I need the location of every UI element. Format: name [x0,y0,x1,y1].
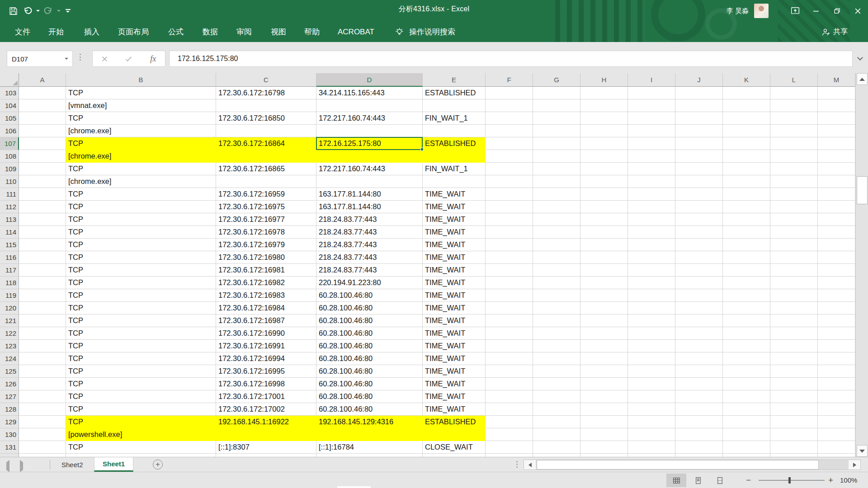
cell-C103[interactable]: 172.30.6.172:16798 [216,87,316,99]
cell-K115[interactable] [723,239,770,251]
cell-K124[interactable] [723,352,770,365]
cell-L126[interactable] [770,378,818,390]
cell-H124[interactable] [580,352,628,365]
cell-F131[interactable] [486,441,533,454]
cell-M108[interactable] [818,150,855,163]
cell-A130[interactable] [19,428,66,441]
row-header-126[interactable]: 126 [0,378,19,390]
cell-F109[interactable] [486,163,533,175]
cell-H110[interactable] [580,175,628,188]
tab-scrollbar-splitter[interactable] [516,461,518,468]
row-header-108[interactable]: 108 [0,150,19,163]
save-icon[interactable] [7,5,19,17]
cell-D127[interactable]: 60.28.100.46:80 [316,390,423,403]
cell-B115[interactable]: TCP [66,239,216,251]
share-button[interactable]: 共享 [822,22,848,42]
cell-I113[interactable] [628,213,675,226]
cell-F108[interactable] [486,150,533,163]
row-header-120[interactable]: 120 [0,302,19,314]
cell-E131[interactable]: CLOSE_WAIT [423,441,486,454]
formula-bar-splitter[interactable] [80,54,81,61]
cell-F124[interactable] [486,352,533,365]
cell-M126[interactable] [818,378,855,390]
cell-A116[interactable] [19,251,66,264]
cell-J121[interactable] [675,314,723,327]
cell-B128[interactable]: TCP [66,403,216,416]
ribbon-tab-2[interactable]: 开始 [48,22,64,42]
cell-G122[interactable] [533,327,580,340]
row-header-115[interactable]: 115 [0,239,19,251]
zoom-level[interactable]: 100% [840,476,857,484]
column-header-A[interactable]: A [19,73,66,87]
cell-L115[interactable] [770,239,818,251]
row-header-119[interactable]: 119 [0,289,19,302]
cell-A114[interactable] [19,226,66,239]
cell-K104[interactable] [723,99,770,112]
cell-D116[interactable]: 218.24.83.77:443 [316,251,423,264]
name-box-dropdown-icon[interactable] [65,58,68,60]
cell-F120[interactable] [486,302,533,314]
cell-A112[interactable] [19,201,66,213]
zoom-slider-thumb[interactable] [788,477,791,483]
cell-L129[interactable] [770,416,818,428]
cell-H128[interactable] [580,403,628,416]
cell-I118[interactable] [628,277,675,289]
cell-E115[interactable]: TIME_WAIT [423,239,486,251]
cell-K118[interactable] [723,277,770,289]
cell-I126[interactable] [628,378,675,390]
cell-D119[interactable]: 60.28.100.46:80 [316,289,423,302]
cell-D110[interactable] [316,175,423,188]
cell-M125[interactable] [818,365,855,378]
cell-G121[interactable] [533,314,580,327]
cell-E106[interactable] [423,125,486,137]
cell-H104[interactable] [580,99,628,112]
cell-G111[interactable] [533,188,580,201]
cell-M103[interactable] [818,87,855,99]
cell-H111[interactable] [580,188,628,201]
cell-C117[interactable]: 172.30.6.172:16981 [216,264,316,277]
cell-C119[interactable]: 172.30.6.172:16983 [216,289,316,302]
cell-A127[interactable] [19,390,66,403]
cell-G108[interactable] [533,150,580,163]
cell-B116[interactable]: TCP [66,251,216,264]
ribbon-tab-4[interactable]: 页面布局 [118,22,149,42]
insert-function-icon[interactable]: fx [150,54,156,64]
cell-C114[interactable]: 172.30.6.172:16978 [216,226,316,239]
cell-I120[interactable] [628,302,675,314]
cell-M128[interactable] [818,403,855,416]
cell-J125[interactable] [675,365,723,378]
cancel-icon[interactable] [102,56,108,62]
cell-C125[interactable]: 172.30.6.172:16995 [216,365,316,378]
customize-quick-access-toolbar-icon[interactable] [63,9,72,13]
cell-G103[interactable] [533,87,580,99]
cell-M129[interactable] [818,416,855,428]
cell-J132[interactable] [675,454,723,457]
cell-D103[interactable]: 34.214.115.165:443 [316,87,423,99]
cell-K112[interactable] [723,201,770,213]
cell-K111[interactable] [723,188,770,201]
cell-I110[interactable] [628,175,675,188]
cell-C112[interactable]: 172.30.6.172:16975 [216,201,316,213]
cell-M131[interactable] [818,441,855,454]
cell-E125[interactable]: TIME_WAIT [423,365,486,378]
cell-I129[interactable] [628,416,675,428]
cell-I112[interactable] [628,201,675,213]
cell-M115[interactable] [818,239,855,251]
cell-I122[interactable] [628,327,675,340]
cell-C113[interactable]: 172.30.6.172:16977 [216,213,316,226]
cell-C106[interactable] [216,125,316,137]
cell-D115[interactable]: 218.24.83.77:443 [316,239,423,251]
scroll-left-icon[interactable] [524,460,536,469]
page-break-preview-button[interactable] [710,474,730,487]
cell-J111[interactable] [675,188,723,201]
cell-K113[interactable] [723,213,770,226]
cell-J113[interactable] [675,213,723,226]
user-name[interactable]: 李 昊淼 [726,7,749,15]
cell-I121[interactable] [628,314,675,327]
cell-C116[interactable]: 172.30.6.172:16980 [216,251,316,264]
zoom-slider-track[interactable] [759,480,825,481]
cell-D131[interactable]: [::1]:16784 [316,441,423,454]
cell-J122[interactable] [675,327,723,340]
cell-A125[interactable] [19,365,66,378]
cell-E108[interactable] [423,150,486,163]
